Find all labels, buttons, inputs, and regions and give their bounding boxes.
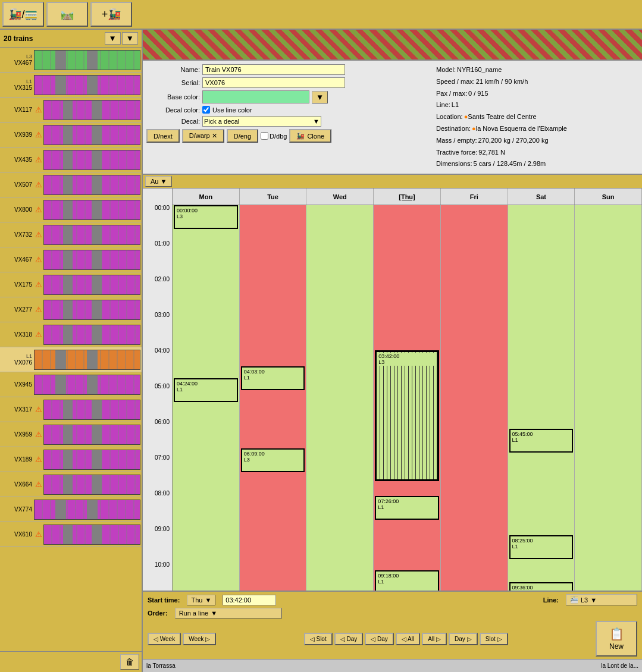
schedule-block[interactable]: 08:25:00L1 [509, 535, 574, 559]
slot-prev-button[interactable]: ◁ Slot [304, 633, 333, 645]
tractive-row: Tractive force: 92,781 N [436, 147, 638, 159]
train-id-label: L3 VX467 [1, 54, 34, 66]
train-item[interactable]: L3 VX467 [0, 48, 142, 73]
schedule-block[interactable]: 09:36:00L1 [509, 582, 574, 591]
mass-row: Mass / empty: 270,200 kg / 270,200 kg [436, 135, 638, 147]
speed-value: 21 km/h / 90 km/h [476, 76, 528, 88]
train-thumbnail [43, 175, 140, 195]
destination-row: Destination: ● la Nova Esquerra de l'Eix… [436, 123, 638, 135]
warning-icon: ⚠ [35, 205, 42, 214]
time-label: 06:00 [155, 419, 170, 425]
deng-button[interactable]: D/eng [227, 129, 258, 143]
slot-next-button[interactable]: Slot ▷ [480, 633, 508, 645]
train-thumbnail [43, 125, 140, 145]
serial-label: Serial: [146, 79, 200, 86]
use-line-color-checkbox[interactable] [202, 106, 210, 114]
day-column [575, 205, 642, 591]
au-button[interactable]: Au ▼ [145, 176, 172, 187]
new-label: New [609, 642, 624, 651]
week-next-button[interactable]: Week ▷ [183, 633, 216, 645]
new-button[interactable]: 📋 New [596, 621, 637, 657]
trains-button[interactable]: 🚂/🚃 [2, 2, 44, 27]
line-select[interactable]: 🚈 L3 ▼ [566, 594, 637, 605]
train-item[interactable]: VX959 ⚠ [0, 422, 142, 447]
schedule-block[interactable]: 04:03:00L1 [241, 366, 305, 390]
ddbg-checkbox[interactable] [261, 132, 268, 140]
all-next-button[interactable]: All ▷ [422, 633, 447, 645]
all-prev-button[interactable]: ◁ All [396, 633, 420, 645]
train-id-label: VX732 [1, 231, 34, 238]
warning-icon: ⚠ [35, 255, 42, 264]
train-item[interactable]: L1 VX315 [0, 73, 142, 98]
add-train-button[interactable]: +🚂 [90, 2, 132, 27]
color-box[interactable] [202, 90, 309, 103]
train-item[interactable]: VX507 ⚠ [0, 172, 142, 197]
day-prev2-button[interactable]: ◁ Day [365, 633, 394, 645]
train-item[interactable]: VX277 ⚠ [0, 297, 142, 322]
color-dropdown-arrow[interactable]: ▼ [312, 91, 328, 103]
week-prev-button[interactable]: ◁ Week [148, 633, 181, 645]
train-item[interactable]: VX318 ⚠ [0, 322, 142, 347]
delete-button[interactable]: 🗑 [120, 654, 139, 670]
train-item[interactable]: VX189 ⚠ [0, 447, 142, 472]
bottom-row-1: Start time: Thu ▼ Line: 🚈 L3 ▼ [148, 594, 637, 605]
train-item[interactable]: VX175 ⚠ [0, 272, 142, 297]
order-select[interactable]: Run a line ▼ [175, 608, 282, 618]
decal-dropdown[interactable]: Pick a decal ▼ [202, 116, 321, 127]
train-id-label: VX664 [1, 481, 34, 488]
name-input[interactable] [202, 64, 345, 75]
serial-input[interactable] [202, 77, 345, 88]
day-prev-button[interactable]: ◁ Day [334, 633, 364, 645]
line-arrow: ▼ [590, 596, 597, 604]
train-item[interactable]: VX732 ⚠ [0, 222, 142, 247]
routes-button[interactable]: 🛤️ [46, 2, 88, 27]
train-item[interactable]: VX945 [0, 372, 142, 397]
train-thumbnail [43, 525, 140, 545]
start-time-input[interactable] [223, 595, 276, 605]
location-row: Location: ● Sants Teatre del Centre [436, 111, 638, 123]
train-item[interactable]: VX117 ⚠ [0, 98, 142, 123]
schedule-block[interactable]: 09:18:00L1 [375, 570, 439, 591]
warning-icon: ⚠ [35, 430, 42, 439]
train-item[interactable]: VX467 ⚠ [0, 247, 142, 272]
schedule-block[interactable]: 03:42:00L3 [375, 350, 439, 481]
dnext-button[interactable]: D/next [146, 129, 180, 143]
day-header: Tue [240, 189, 307, 205]
model-label-stat: Model: [436, 64, 456, 76]
decal-arrow: ▼ [313, 118, 320, 125]
dwarp-button[interactable]: D/warp ✕ [182, 129, 224, 143]
line-value: L3 [581, 596, 588, 604]
warning-icon: ⚠ [35, 230, 42, 239]
warning-icon: ⚠ [35, 405, 42, 414]
train-item[interactable]: VX435 ⚠ [0, 147, 142, 172]
train-id-label: VX175 [1, 281, 34, 288]
train-list: L3 VX467 L1 VX315 VX117 ⚠ VX939 ⚠ [0, 48, 142, 651]
train-item[interactable]: VX317 ⚠ [0, 397, 142, 422]
pax-label-stat: Pax / max: [436, 88, 467, 100]
day-next-button[interactable]: Day ▷ [449, 633, 478, 645]
schedule-block[interactable]: 00:00:00L3 [174, 205, 238, 229]
filter-button[interactable]: ▼ [105, 32, 121, 45]
clone-button[interactable]: 🚂 Clone [289, 129, 331, 143]
train-item[interactable]: VX610 ⚠ [0, 522, 142, 547]
schedule-block[interactable]: 07:26:00L1 [375, 496, 439, 520]
train-item[interactable]: VX774 [0, 497, 142, 522]
schedule-block[interactable]: 05:45:00L1 [509, 429, 574, 453]
train-id-label: VX467 [1, 256, 34, 263]
train-id-label: VX507 [1, 181, 34, 188]
train-item[interactable]: L1 VX076 [0, 347, 142, 372]
train-thumbnail [34, 50, 140, 70]
schedule-block[interactable]: 06:09:00L3 [241, 448, 305, 472]
clone-icon: 🚂 [296, 132, 305, 140]
train-item[interactable]: VX664 ⚠ [0, 472, 142, 497]
use-line-color-row: Use line color [202, 106, 252, 114]
sort-button[interactable]: ▼ [122, 32, 138, 45]
decal-color-row: Decal color: Use line color [146, 106, 431, 114]
schedule-block[interactable]: 04:24:00L1 [174, 378, 238, 402]
train-thumbnail [43, 325, 140, 345]
ddbg-container: D/dbg [261, 129, 287, 143]
train-item[interactable]: VX800 ⚠ [0, 197, 142, 222]
main-area: 20 trains ▼ ▼ L3 VX467 L1 VX315 VX11 [0, 30, 642, 672]
train-item[interactable]: VX939 ⚠ [0, 123, 142, 147]
start-day-select[interactable]: Thu ▼ [187, 595, 215, 605]
